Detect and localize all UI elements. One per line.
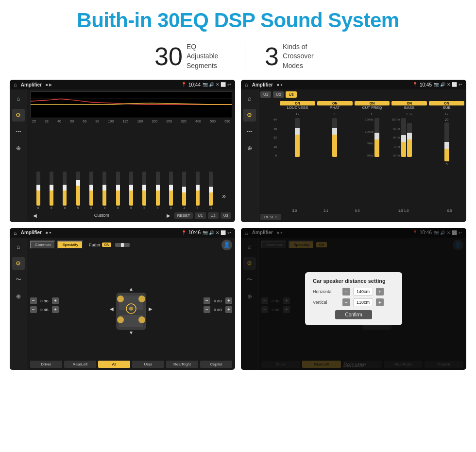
sidebar-home-3[interactable]: ⌂ (12, 241, 25, 253)
home-icon-1[interactable]: ⌂ (14, 82, 17, 87)
sidebar-speaker-3[interactable]: ⊕ (12, 290, 25, 303)
amp-top-bar-3: Common Specialty Fader ON 👤 (30, 240, 232, 250)
eq-slider-4[interactable]: 5 (72, 172, 84, 209)
gf-labels: G F F F G G (260, 112, 464, 116)
db-plus-tl[interactable]: + (52, 297, 59, 304)
btn-rearleft-3[interactable]: RearLeft (64, 361, 96, 368)
home-icon-2[interactable]: ⌂ (245, 82, 248, 87)
eq-slider-12[interactable]: -1 (178, 172, 190, 209)
ch-cutfreq[interactable]: 120Hz 100Hz 80Hz 60Hz (355, 118, 390, 157)
db-val-tr: 0 dB (212, 299, 224, 303)
status-bar-3: ⌂ Amplifier ■ ● 📍 10:46 📷 🔊 ✕ ⬜ ↩ (10, 228, 235, 238)
eq-slider-2[interactable]: 0 (45, 172, 57, 209)
on-badge-cutfreq: ON (355, 101, 390, 105)
eq-u2-btn[interactable]: U2 (208, 212, 219, 219)
location-icon-3: 📍 (181, 230, 187, 235)
db-minus-br[interactable]: − (204, 306, 210, 313)
dialog-horizontal-plus[interactable]: + (376, 288, 384, 296)
sidebar-home-2[interactable]: ⌂ (243, 92, 256, 105)
screen1-content: ⌂ ⚙ 〜 ⊕ (10, 89, 235, 222)
ch-loudness[interactable] (280, 118, 315, 157)
db-plus-tr[interactable]: + (225, 297, 232, 304)
db-plus-br[interactable]: + (225, 306, 232, 313)
fader-slider-3[interactable] (115, 243, 130, 247)
svg-point-7 (117, 296, 124, 302)
eq-slider-10[interactable]: 0 (152, 172, 164, 209)
screen1-icons: 📷 🔊 ✕ ⬜ ↩ (203, 82, 231, 87)
crossover-values: 3.0 2.1 0.5 1.5 1.0 0.5 (260, 209, 464, 212)
eq-slider-expand[interactable]: » (218, 192, 230, 209)
dialog-overlay: Car speaker distance setting Horizontal … (241, 228, 466, 370)
sidebar-wave-2[interactable]: 〜 (243, 125, 256, 138)
btn-rearright-3[interactable]: RearRight (166, 361, 198, 368)
eq-slider-7[interactable]: 0 (112, 172, 124, 209)
ch-label-sub: SUB (429, 105, 464, 110)
sidebar-wave-1[interactable]: 〜 (12, 125, 25, 138)
on-badge-bass: ON (391, 101, 427, 105)
screen-amplifier-dialog: ⌂ Amplifier ■ ● 📍 10:46 📷 🔊 ✕ ⬜ ↩ ⌂ ⚙ 〜 … (241, 228, 466, 370)
screen2-content: ⌂ ⚙ 〜 ⊕ U1 U2 U3 ON LOUDNESS (241, 89, 466, 222)
eq-slider-14[interactable]: -1 (204, 172, 217, 209)
dialog-vertical-minus[interactable]: − (342, 298, 350, 306)
eq-prev-btn[interactable]: ◀ (31, 212, 39, 219)
ch-label-phat: PHAT (317, 105, 353, 110)
btn-user-3[interactable]: User (132, 361, 164, 368)
eq-slider-1[interactable]: 0 (32, 172, 44, 209)
on-badge-loudness: ON (280, 101, 315, 105)
sidebar-speaker-2[interactable]: ⊕ (243, 142, 256, 155)
ch-sub[interactable]: 20 5 (429, 118, 464, 166)
home-icon-3[interactable]: ⌂ (14, 230, 17, 236)
eq-slider-5[interactable]: 0 (85, 172, 97, 209)
dialog-vertical-plus[interactable]: + (376, 298, 384, 306)
confirm-button[interactable]: Confirm (335, 310, 372, 319)
sidebar-wave-3[interactable]: 〜 (12, 274, 25, 286)
eq-slider-9[interactable]: 0 (138, 172, 151, 209)
btn-all-3[interactable]: All (98, 361, 130, 368)
crossover-main: U1 U2 U3 ON LOUDNESS ON PHAT (258, 89, 466, 222)
crossover-reset-btn[interactable]: RESET (260, 214, 281, 220)
screen-eq: ⌂ Amplifier ■ ▶ 📍 10:44 📷 🔊 ✕ ⬜ ↩ ⌂ ⚙ 〜 … (10, 80, 235, 222)
car-svg-3: ▲ ▼ ◀ ▶ (107, 274, 155, 337)
preset-u1[interactable]: U1 (260, 91, 271, 98)
db-minus-tr[interactable]: − (204, 297, 210, 304)
db-minus-bl[interactable]: − (30, 306, 37, 313)
preset-u2[interactable]: U2 (273, 91, 284, 98)
db-val-bl: 0 dB (38, 308, 51, 312)
svg-point-10 (138, 316, 145, 323)
amp-tab-specialty-3[interactable]: Specialty (57, 241, 83, 249)
eq-slider-3[interactable]: 0 (59, 172, 71, 209)
ch-label-cutfreq: CUT FREQ (355, 105, 390, 110)
dialog-horizontal-value: 140cm (353, 288, 373, 296)
ch-bass[interactable]: 100Hz 90Hz 80Hz 70Hz 60Hz (391, 118, 427, 157)
svg-text:▶: ▶ (149, 306, 153, 312)
crossover-sliders-row: 64 48 32 16 0 (260, 118, 464, 207)
eq-bottom-bar: ◀ Custom ▶ RESET U1 U2 U3 (30, 211, 232, 220)
sidebar-home-1[interactable]: ⌂ (12, 92, 25, 105)
distance-dialog: Car speaker distance setting Horizontal … (305, 272, 402, 325)
profile-icon-3[interactable]: 👤 (221, 240, 232, 250)
dialog-horizontal-minus[interactable]: − (342, 288, 350, 296)
amp-bottom-btns-3: Driver RearLeft All User RearRight Copil… (30, 361, 232, 368)
ch-phat[interactable] (317, 118, 353, 157)
sidebar-eq-2[interactable]: ⚙ (243, 109, 256, 122)
eq-next-btn[interactable]: ▶ (165, 212, 172, 219)
db-plus-bl[interactable]: + (52, 306, 59, 313)
db-val-br: 0 dB (212, 308, 224, 312)
eq-reset-btn[interactable]: RESET (174, 212, 193, 219)
sidebar-speaker-1[interactable]: ⊕ (12, 142, 25, 155)
sidebar-eq-1[interactable]: ⚙ (12, 109, 25, 122)
preset-u3[interactable]: U3 (286, 91, 296, 98)
btn-copilot-3[interactable]: Copilot (200, 361, 232, 368)
db-val-tl: 0 dB (38, 299, 51, 303)
eq-slider-13[interactable]: 0 (191, 172, 204, 209)
eq-slider-6[interactable]: 0 (99, 172, 111, 209)
db-minus-tl[interactable]: − (30, 297, 37, 304)
eq-u1-btn[interactable]: U1 (195, 212, 205, 219)
amp-tab-common-3[interactable]: Common (30, 241, 55, 249)
eq-slider-8[interactable]: 0 (125, 172, 137, 209)
eq-slider-11[interactable]: 0 (165, 172, 177, 209)
btn-driver-3[interactable]: Driver (30, 361, 62, 368)
stat-crossover-number: 3 (265, 44, 279, 69)
eq-u3-btn[interactable]: U3 (221, 212, 231, 219)
sidebar-eq-3[interactable]: ⚙ (12, 257, 25, 270)
